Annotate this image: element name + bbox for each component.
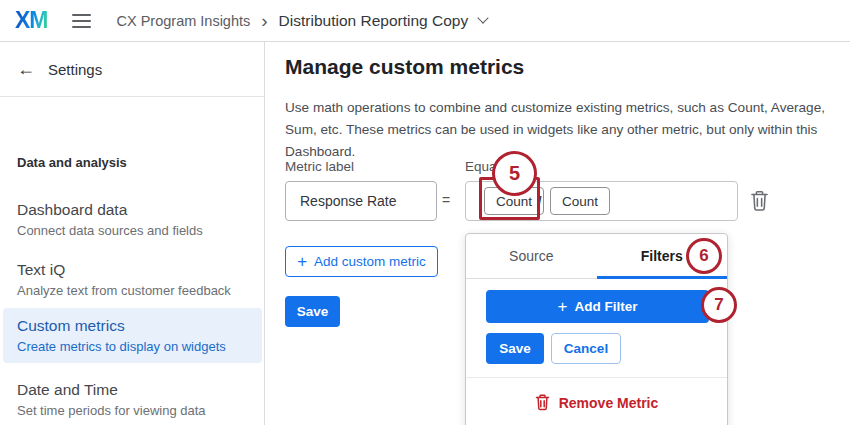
settings-label: Settings (48, 61, 102, 78)
chevron-down-icon (477, 12, 488, 23)
main-content: Manage custom metrics Use math operation… (266, 42, 850, 425)
sidebar-item-title: Custom metrics (17, 317, 248, 335)
metric-label-caption: Metric label (285, 159, 354, 174)
remove-metric-label: Remove Metric (559, 395, 659, 411)
equation-operand-2-button[interactable]: Count (550, 187, 610, 215)
save-button[interactable]: Save (285, 296, 340, 327)
breadcrumb-parent[interactable]: CX Program Insights (117, 13, 251, 29)
trash-icon (535, 394, 550, 411)
plus-icon: + (558, 298, 568, 315)
tab-source[interactable]: Source (466, 234, 597, 278)
sidebar-item-subtitle: Connect data sources and fields (17, 223, 248, 238)
sidebar-item-text-iq[interactable]: Text iQ Analyze text from customer feedb… (3, 252, 262, 307)
popup-save-button[interactable]: Save (486, 333, 544, 364)
app-window: XM CX Program Insights › Distribution Re… (0, 0, 850, 425)
sidebar-item-dashboard-data[interactable]: Dashboard data Connect data sources and … (3, 192, 262, 247)
xm-logo[interactable]: XM (15, 7, 48, 34)
back-arrow-icon: ← (17, 59, 35, 80)
equals-sign: = (442, 192, 450, 208)
app-header: XM CX Program Insights › Distribution Re… (0, 0, 850, 42)
annotation-step-6: 6 (686, 238, 722, 274)
page-title: Manage custom metrics (285, 55, 524, 79)
delete-metric-trash-icon[interactable] (748, 188, 770, 214)
page-description: Use math operations to combine and custo… (285, 97, 850, 163)
sidebar-item-title: Text iQ (17, 261, 248, 279)
sidebar-item-title: Date and Time (17, 381, 248, 399)
metric-label-input[interactable]: Response Rate (285, 181, 437, 221)
plus-icon: + (297, 253, 307, 270)
add-custom-metric-label: Add custom metric (314, 254, 426, 269)
sidebar-item-custom-metrics[interactable]: Custom metrics Create metrics to display… (3, 308, 262, 363)
popup-divider (466, 377, 727, 378)
sidebar-section-label: Data and analysis (17, 155, 127, 170)
annotation-step-5: 5 (492, 151, 537, 196)
breadcrumb: CX Program Insights › Distribution Repor… (117, 12, 488, 30)
breadcrumb-current-label: Distribution Reporting Copy (279, 12, 469, 30)
settings-sidebar: ← Settings Data and analysis Dashboard d… (0, 42, 265, 425)
popup-cancel-button[interactable]: Cancel (551, 333, 621, 364)
sidebar-item-date-and-time[interactable]: Date and Time Set time periods for viewi… (3, 372, 262, 425)
sidebar-item-subtitle: Analyze text from customer feedback (17, 283, 248, 298)
sidebar-item-title: Dashboard data (17, 201, 248, 219)
breadcrumb-current[interactable]: Distribution Reporting Copy (279, 12, 488, 30)
add-filter-button[interactable]: + Add Filter (486, 290, 709, 323)
remove-metric-button[interactable]: Remove Metric (466, 394, 727, 411)
hamburger-menu-icon[interactable] (72, 14, 91, 28)
add-filter-label: Add Filter (574, 299, 637, 314)
chevron-right-icon: › (261, 14, 267, 28)
sidebar-item-subtitle: Set time periods for viewing data (17, 403, 248, 418)
add-custom-metric-button[interactable]: + Add custom metric (285, 246, 438, 277)
annotation-step-7: 7 (701, 287, 737, 323)
sidebar-item-subtitle: Create metrics to display on widgets (17, 339, 248, 354)
settings-back-button[interactable]: ← Settings (0, 42, 264, 97)
